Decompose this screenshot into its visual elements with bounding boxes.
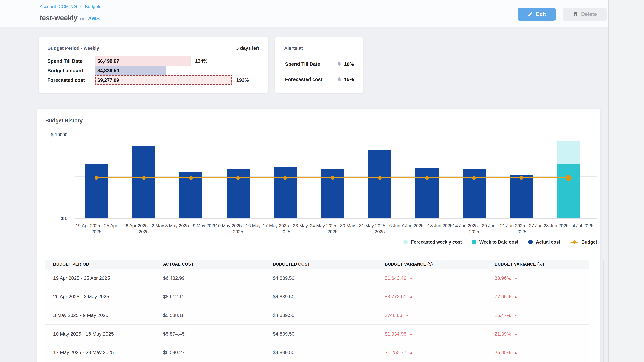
- chart-bar-week-to-date[interactable]: [557, 164, 580, 218]
- cell-budget-variance-pct: 33.96%▲: [487, 275, 589, 281]
- title-row: test-weekly on AWS: [40, 14, 100, 22]
- cell-budgeted-cost: $4,839.50: [265, 313, 377, 318]
- variance-value: 25.85%: [494, 350, 511, 355]
- chart-bar-actual[interactable]: [85, 164, 108, 219]
- budget-point[interactable]: [520, 176, 523, 180]
- arrow-up-icon: ▲: [410, 332, 413, 336]
- chart-bar-actual[interactable]: [274, 167, 297, 218]
- budget-point[interactable]: [331, 176, 334, 180]
- legend-dot-icon: [472, 240, 476, 244]
- cell-budget-variance-pct: 21.39%▲: [487, 331, 589, 337]
- cell-budget-variance-usd: $3,772.61▲: [377, 294, 487, 300]
- budget-point[interactable]: [425, 176, 429, 180]
- y-axis-label: $ 0: [61, 216, 68, 221]
- arrow-up-icon: ▲: [410, 351, 413, 355]
- cell-budgeted-cost: $4,839.50: [265, 350, 377, 355]
- alert-row: Forecasted cost15%: [285, 74, 354, 84]
- budget-period-row: Forecasted cost$9,277.09192%: [38, 75, 268, 85]
- budget-period-rows: Spend Till Date$6,499.67134%Budget amoun…: [38, 56, 268, 85]
- bell-icon: [337, 61, 342, 67]
- cell-budget-variance-usd: $1,034.95▲: [377, 331, 487, 337]
- variance-value: 33.96%: [494, 275, 511, 281]
- table-row: 10 May 2025 - 16 May 2025$5,874.45$4,839…: [45, 325, 589, 343]
- variance-value: $748.68: [385, 313, 402, 318]
- budget-period-row-label: Budget amount: [48, 66, 83, 75]
- delete-button[interactable]: Delete: [563, 8, 607, 21]
- budget-point[interactable]: [189, 176, 193, 180]
- chart-bar-actual[interactable]: [132, 146, 155, 218]
- variance-value: 21.39%: [494, 331, 511, 337]
- cell-actual-cost: $5,588.18: [155, 313, 265, 318]
- variance-value: $1,250.77: [385, 350, 406, 355]
- legend-item-week-to-date-cost[interactable]: Week to Date cost: [472, 240, 518, 245]
- budget-period-row-percent: 134%: [195, 56, 208, 66]
- breadcrumb-budgets-link[interactable]: Budgets: [85, 4, 102, 9]
- variance-value: 77.95%: [494, 294, 511, 300]
- variance-value: $1,643.49: [385, 275, 406, 281]
- trash-icon: [573, 11, 578, 17]
- chart-bar-actual[interactable]: [416, 168, 438, 218]
- arrow-up-icon: ▲: [514, 351, 518, 355]
- cell-actual-cost: $5,874.45: [155, 331, 265, 337]
- cell-budget-variance-usd: $748.68▲: [377, 313, 487, 318]
- cell-actual-cost: $6,482.99: [155, 275, 265, 281]
- x-axis-label: 19 Apr 2025 - 25 Apr 2025: [70, 223, 122, 235]
- table-scrollbar[interactable]: [603, 260, 604, 362]
- arrow-up-icon: ▲: [410, 276, 413, 280]
- chart-bar-actual[interactable]: [368, 150, 391, 218]
- page-header: Account: CCM-NG › Budgets test-weekly on…: [0, 0, 608, 27]
- alert-row: Spend Till Date10%: [285, 59, 354, 69]
- table-row: 26 Apr 2025 - 2 May 2025$8,612.11$4,839.…: [45, 287, 589, 306]
- x-axis-label: 7 Jun 2025 - 13 Jun 2025: [401, 223, 453, 229]
- x-axis-label: 3 May 2025 - 9 May 2025: [165, 223, 217, 229]
- right-gutter: [608, 0, 644, 362]
- table-header-cell: BUDGET VARIANCE (%): [487, 262, 589, 267]
- legend-item-budget[interactable]: Budget: [570, 240, 597, 245]
- arrow-up-icon: ▲: [514, 276, 518, 280]
- legend-label: Budget: [582, 240, 597, 245]
- chart-legend: Forecasted weekly costWeek to Date costA…: [403, 238, 597, 246]
- budget-point[interactable]: [566, 175, 572, 181]
- chart-gridline: [76, 135, 597, 135]
- table-header-cell: BUDGET PERIOD: [45, 262, 155, 267]
- y-axis-label: $ 10000: [51, 132, 68, 137]
- alert-row-label: Forecasted cost: [285, 77, 322, 82]
- cell-budget-period: 19 Apr 2025 - 25 Apr 2025: [45, 275, 155, 281]
- budget-history-table: BUDGET PERIODACTUAL COSTBUDGETED COSTBUD…: [45, 260, 589, 362]
- x-axis-label: 17 May 2025 - 23 May 2025: [259, 223, 311, 235]
- alert-threshold-value: 10%: [344, 61, 354, 67]
- cell-budget-variance-pct: 25.85%▲: [487, 350, 589, 355]
- breadcrumb-account-link[interactable]: Account: CCM-NG: [40, 4, 77, 9]
- arrow-up-icon: ▲: [405, 313, 409, 317]
- budget-period-row-value: $4,839.50: [98, 66, 119, 75]
- budget-point[interactable]: [94, 176, 98, 180]
- budget-history-chart: $ 10000$ 019 Apr 2025 - 25 Apr 202526 Ap…: [76, 135, 597, 218]
- legend-line-marker-icon: [570, 240, 578, 244]
- page-title: test-weekly: [40, 14, 78, 22]
- budget-point[interactable]: [378, 176, 382, 180]
- budget-point[interactable]: [284, 176, 287, 180]
- arrow-up-icon: ▲: [514, 332, 518, 336]
- cell-budget-period: 3 May 2025 - 9 May 2025: [45, 313, 155, 318]
- legend-dot-icon: [528, 240, 533, 244]
- cell-budget-variance-pct: 77.95%▲: [487, 294, 589, 300]
- budget-point[interactable]: [472, 176, 476, 180]
- legend-item-forecasted-weekly-cost[interactable]: Forecasted weekly cost: [403, 240, 462, 245]
- cell-budget-period: 26 Apr 2025 - 2 May 2025: [45, 294, 155, 300]
- budget-point[interactable]: [236, 176, 240, 180]
- variance-value: $3,772.61: [385, 294, 406, 300]
- table-row: 19 Apr 2025 - 25 Apr 2025$6,482.99$4,839…: [45, 269, 589, 287]
- title-connector: on: [80, 16, 85, 21]
- budget-period-card-title: Budget Period - weekly: [48, 45, 99, 51]
- chart-bar-forecast[interactable]: [557, 141, 580, 164]
- budget-point[interactable]: [142, 176, 146, 180]
- x-axis-label: 10 May 2025 - 16 May 2025: [212, 223, 264, 235]
- budget-period-row-value: $6,499.67: [98, 56, 119, 66]
- cell-budget-period: 17 May 2025 - 23 May 2025: [45, 350, 155, 355]
- chart-bar-actual[interactable]: [510, 175, 533, 218]
- legend-label: Week to Date cost: [479, 240, 518, 245]
- edit-button[interactable]: Edit: [518, 8, 556, 21]
- legend-item-actual-cost[interactable]: Actual cost: [528, 240, 560, 245]
- legend-dot-icon: [403, 240, 408, 244]
- budget-period-row-label: Forecasted cost: [48, 75, 85, 85]
